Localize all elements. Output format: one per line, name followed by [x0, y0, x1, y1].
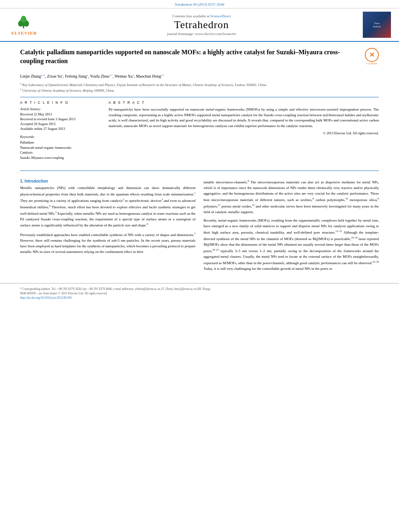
- received-date: Received 22 May 2013 Received in revised…: [20, 112, 101, 131]
- footer-doi: http://dx.doi.org/10.1016/j.tet.2013.08.…: [20, 296, 379, 300]
- article-info-column: A R T I C L E I N F O Article history: R…: [20, 101, 101, 160]
- crossmark-badge: ✕ CrossMark: [365, 48, 379, 62]
- elsevier-logo-area: ELSEVIER: [8, 14, 40, 35]
- keyword-palladium: Palladium: [20, 140, 101, 145]
- cover-text: Tetrahedron: [373, 22, 380, 28]
- elsevier-brand-text: ELSEVIER: [11, 31, 37, 35]
- affiliations: a Key Laboratory of Optoelectronic Mater…: [20, 82, 379, 93]
- abstract-header: A B S T R A C T: [109, 101, 379, 105]
- body-left-column: 1. Introduction Metallic nanoparticles (…: [20, 179, 195, 275]
- keywords-label: Keywords:: [20, 135, 101, 139]
- body-right-column: tunable micro/meso-channels.8 The micro/…: [204, 179, 379, 275]
- right-para-2: Recently, metal-organic frameworks (MOFs…: [204, 218, 379, 271]
- crossmark-icon: ✕: [365, 48, 379, 62]
- footer-corresponding: * Corresponding authors. Tel.: +86 591 8…: [20, 287, 379, 291]
- keyword-suzuki: Suzuki–Miyaura cross-coupling: [20, 155, 101, 160]
- copyright-line: © 2013 Elsevier Ltd. All rights reserved…: [109, 131, 379, 135]
- crossmark-label: CrossMark: [365, 62, 379, 65]
- journal-header: ELSEVIER Contents lists available at Sci…: [0, 8, 399, 42]
- journal-citation: Tetrahedron 69 (2013) 9237–9244: [175, 2, 224, 6]
- section-divider: [20, 170, 379, 171]
- journal-homepage: journal homepage: www.elsevier.com/locat…: [40, 32, 363, 36]
- intro-para-2: Previously established approaches have e…: [20, 232, 195, 255]
- introduction-title: 1. Introduction: [20, 179, 195, 183]
- footer: * Corresponding authors. Tel.: +86 591 8…: [0, 283, 399, 302]
- top-bar: Tetrahedron 69 (2013) 9237–9244: [0, 0, 399, 8]
- keyword-nmofs: Nanoscale metal-organic frameworks: [20, 145, 101, 150]
- abstract-column: A B S T R A C T Pd nanoparticles have be…: [109, 101, 379, 160]
- journal-header-center: Contents lists available at ScienceDirec…: [40, 14, 363, 36]
- page: Tetrahedron 69 (2013) 9237–9244 ELSEVIER…: [0, 0, 399, 532]
- doi-link[interactable]: http://dx.doi.org/10.1016/j.tet.2013.08.…: [20, 296, 72, 300]
- keyword-catalysis: Catalysis: [20, 150, 101, 155]
- article-info-header: A R T I C L E I N F O: [20, 101, 101, 105]
- right-para-1: tunable micro/meso-channels.8 The micro/…: [204, 179, 379, 215]
- body-content: 1. Introduction Metallic nanoparticles (…: [0, 177, 399, 279]
- article-title: Catalytic palladium nanoparticles suppor…: [20, 48, 361, 66]
- intro-para-1: Metallic nanoparticles (NPs) with contro…: [20, 185, 195, 229]
- contents-available-line: Contents lists available at ScienceDirec…: [40, 14, 363, 18]
- article-content-area: Catalytic palladium nanoparticles suppor…: [0, 42, 399, 164]
- history-label: Article history:: [20, 107, 101, 111]
- svg-point-4: [21, 16, 27, 23]
- elsevier-tree-icon: [12, 14, 36, 30]
- article-info-abstract-section: A R T I C L E I N F O Article history: R…: [20, 97, 379, 160]
- journal-title: Tetrahedron: [40, 19, 363, 31]
- journal-cover-image: Tetrahedron: [363, 12, 391, 38]
- authors-line: Linjie Zhanga, b, Zixue Sua, Feilong Jia…: [20, 73, 379, 80]
- sciencedirect-link[interactable]: ScienceDirect: [210, 14, 230, 18]
- abstract-text: Pd nanoparticles have been successfully …: [109, 107, 379, 129]
- footer-issn: 0040-4020/$ – see front matter © 2013 El…: [20, 291, 379, 296]
- body-two-col-layout: 1. Introduction Metallic nanoparticles (…: [20, 179, 379, 275]
